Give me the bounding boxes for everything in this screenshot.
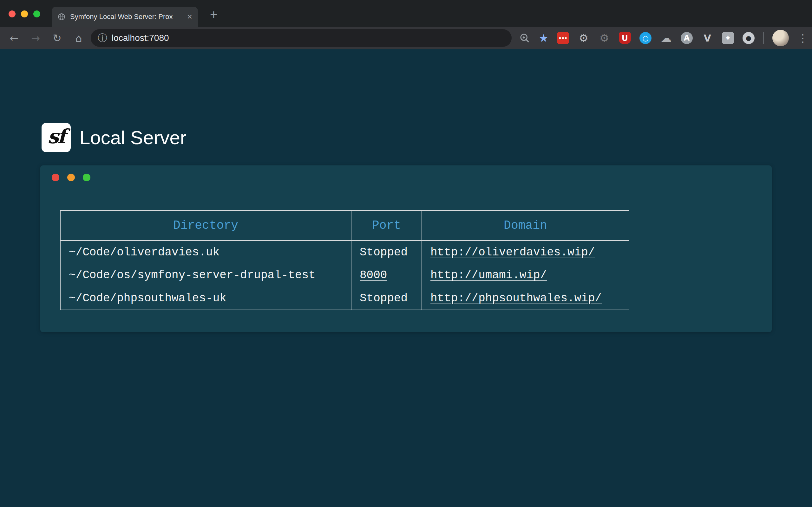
- table-row: ~/Code/os/symfony-server-drupal-test 800…: [60, 264, 629, 287]
- ublock-extension-icon[interactable]: U: [619, 32, 631, 44]
- servers-table: Directory Port Domain ~/Code/oliverdavie…: [60, 210, 629, 310]
- table-row: ~/Code/oliverdavies.uk Stopped http://ol…: [60, 240, 629, 264]
- gear-light-extension-icon[interactable]: ⚙: [577, 32, 590, 44]
- column-header-port: Port: [351, 210, 422, 240]
- card-dot-green: [83, 174, 90, 181]
- table-row: ~/Code/phpsouthwales-uk Stopped http://p…: [60, 287, 629, 310]
- zoom-icon[interactable]: [519, 32, 530, 44]
- window-minimize-button[interactable]: [21, 10, 28, 17]
- tab-close-icon[interactable]: ×: [187, 12, 192, 21]
- browser-tab[interactable]: Symfony Local Web Server: Prox ×: [52, 7, 198, 27]
- cloud-extension-icon[interactable]: ☁: [660, 32, 672, 44]
- github-extension-icon[interactable]: ●: [743, 32, 755, 44]
- page-viewport: sf Local Server Directory Port Domain: [0, 49, 812, 507]
- symfony-logo-icon: sf: [42, 123, 71, 152]
- badge-extension-icon[interactable]: ✦: [722, 32, 734, 44]
- window-zoom-button[interactable]: [33, 10, 40, 17]
- profile-avatar[interactable]: [772, 30, 789, 46]
- letter-a-extension-icon[interactable]: A: [681, 32, 693, 44]
- browser-menu-icon[interactable]: ⋮: [798, 32, 808, 44]
- server-card: Directory Port Domain ~/Code/oliverdavie…: [40, 165, 772, 332]
- home-icon[interactable]: ⌂: [72, 31, 86, 45]
- red-dots-extension-icon[interactable]: ⋯: [557, 32, 569, 44]
- page-title: Local Server: [80, 127, 187, 149]
- letter-v-extension-icon[interactable]: V: [701, 32, 713, 44]
- card-traffic-dots: [52, 174, 90, 181]
- directory-cell: ~/Code/oliverdavies.uk: [60, 240, 351, 264]
- toolbar-separator: [763, 32, 764, 44]
- directory-cell: ~/Code/os/symfony-server-drupal-test: [60, 264, 351, 287]
- globe-favicon-icon: [57, 13, 66, 21]
- domain-link[interactable]: http://umami.wip/: [430, 269, 547, 282]
- site-info-icon[interactable]: ⓘ: [98, 32, 107, 45]
- column-header-domain: Domain: [422, 210, 629, 240]
- new-tab-button[interactable]: +: [210, 8, 217, 22]
- browser-window: Symfony Local Web Server: Prox × + ← → ↻…: [0, 0, 812, 507]
- column-header-directory: Directory: [60, 210, 351, 240]
- card-dot-red: [52, 174, 59, 181]
- directory-cell: ~/Code/phpsouthwales-uk: [60, 287, 351, 310]
- domain-link[interactable]: http://phpsouthwales.wip/: [430, 292, 602, 305]
- port-link[interactable]: 8000: [360, 269, 387, 282]
- tab-strip: Symfony Local Web Server: Prox × +: [0, 0, 812, 27]
- window-close-button[interactable]: [9, 10, 15, 17]
- brand-header: sf Local Server: [42, 123, 187, 152]
- tab-title: Symfony Local Web Server: Prox: [70, 13, 183, 21]
- address-bar[interactable]: ⓘ localhost:7080: [91, 29, 512, 47]
- table-header-row: Directory Port Domain: [60, 210, 629, 240]
- reload-icon[interactable]: ↻: [50, 31, 64, 45]
- back-icon[interactable]: ←: [7, 31, 21, 45]
- browser-toolbar: ← → ↻ ⌂ ⓘ localhost:7080 ★ ⋯ ⚙ ⚙ U: [0, 27, 812, 49]
- card-dot-orange: [67, 174, 75, 181]
- bookmark-star-icon[interactable]: ★: [539, 32, 548, 44]
- port-status: Stopped: [351, 240, 422, 264]
- port-status: Stopped: [351, 287, 422, 310]
- url-text: localhost:7080: [112, 33, 169, 43]
- gear-dark-extension-icon[interactable]: ⚙: [598, 32, 610, 44]
- blue-circle-extension-icon[interactable]: ○: [640, 32, 652, 44]
- domain-link[interactable]: http://oliverdavies.wip/: [430, 246, 595, 259]
- forward-icon[interactable]: →: [29, 31, 43, 45]
